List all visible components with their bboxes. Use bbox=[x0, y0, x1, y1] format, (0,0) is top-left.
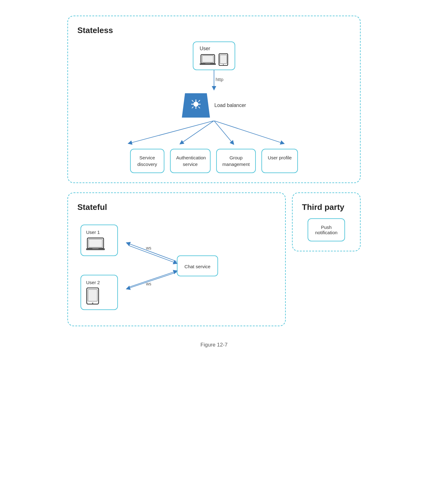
stateful-content: User 1 User 2 bbox=[77, 218, 276, 316]
auth-service-box: Authenticationservice bbox=[170, 149, 211, 173]
stateful-section: Stateful User 1 bbox=[67, 192, 286, 326]
users-column: User 1 User 2 bbox=[80, 225, 118, 310]
tablet-icon bbox=[218, 53, 228, 66]
user1-box: User 1 bbox=[80, 225, 118, 256]
service-discovery-box: Servicediscovery bbox=[130, 149, 164, 173]
stateless-inner: User bbox=[77, 41, 351, 173]
load-balancer-wrapper: Load balancer bbox=[182, 93, 246, 118]
stateful-label: Stateful bbox=[77, 202, 276, 212]
third-party-label: Third party bbox=[302, 202, 351, 212]
user-profile-box: User profile bbox=[261, 149, 298, 173]
user1-label: User 1 bbox=[86, 230, 100, 235]
svg-line-32 bbox=[129, 245, 176, 263]
svg-line-19 bbox=[181, 121, 214, 143]
device-icons bbox=[200, 53, 228, 66]
lb-to-services-arrows bbox=[105, 121, 323, 146]
svg-point-28 bbox=[92, 303, 93, 304]
group-management-box: Groupmanagement bbox=[216, 149, 256, 173]
connections-area: Chat service ws ws bbox=[124, 226, 273, 308]
svg-rect-1 bbox=[202, 56, 213, 62]
svg-rect-25 bbox=[92, 248, 99, 249]
svg-line-30 bbox=[128, 243, 177, 261]
svg-line-18 bbox=[130, 121, 214, 143]
user2-label: User 2 bbox=[86, 280, 100, 285]
svg-point-9 bbox=[193, 102, 198, 107]
svg-line-20 bbox=[214, 121, 233, 143]
svg-rect-27 bbox=[88, 289, 97, 301]
third-party-inner: Pushnotification bbox=[302, 218, 351, 241]
page-container: Stateless User bbox=[58, 6, 370, 357]
chat-service-text: Chat service bbox=[184, 264, 210, 269]
svg-line-21 bbox=[214, 121, 283, 143]
svg-rect-5 bbox=[220, 55, 227, 64]
svg-rect-23 bbox=[89, 239, 102, 247]
user-box-label: User bbox=[200, 46, 210, 51]
ws1-label: ws bbox=[146, 245, 151, 250]
http-label: http bbox=[216, 77, 223, 82]
stateless-section: Stateless User bbox=[67, 16, 361, 183]
bottom-row: Stateful User 1 bbox=[67, 192, 361, 336]
ws2-label: ws bbox=[146, 281, 151, 286]
services-row: Servicediscovery Authenticationservice G… bbox=[130, 149, 298, 173]
user2-tablet-icon bbox=[86, 288, 99, 305]
stateless-label: Stateless bbox=[77, 26, 351, 35]
svg-line-31 bbox=[128, 272, 177, 288]
user1-laptop-icon bbox=[86, 237, 105, 251]
http-arrow: http bbox=[205, 70, 223, 92]
ws-arrows-svg: Chat service ws ws bbox=[124, 226, 224, 307]
svg-line-33 bbox=[129, 271, 176, 287]
laptop-icon bbox=[200, 54, 216, 65]
lb-label: Load balancer bbox=[214, 103, 246, 108]
svg-rect-3 bbox=[205, 63, 210, 64]
user2-box: User 2 bbox=[80, 275, 118, 310]
push-notification-box: Pushnotification bbox=[308, 218, 345, 241]
svg-point-6 bbox=[223, 64, 224, 65]
user-box: User bbox=[193, 41, 235, 70]
third-party-section: Third party Pushnotification bbox=[292, 192, 361, 251]
load-balancer-shape bbox=[182, 93, 210, 118]
figure-label: Figure 12-7 bbox=[67, 342, 361, 348]
